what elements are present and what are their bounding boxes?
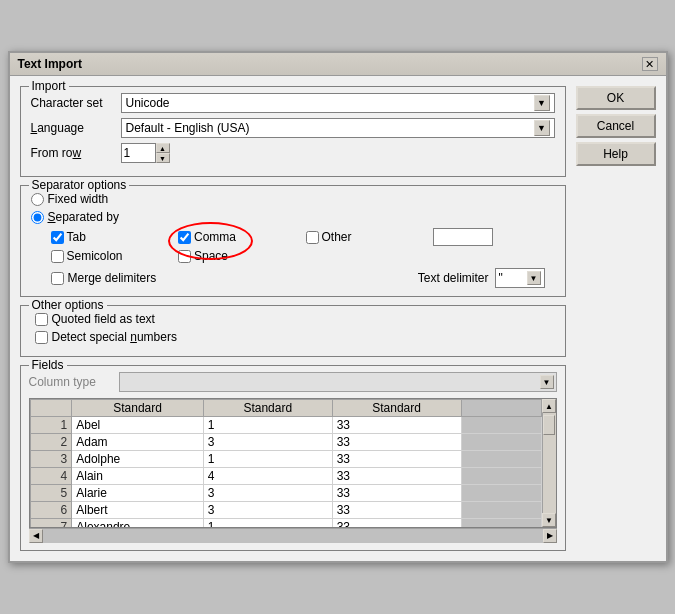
charset-label: Character set <box>31 96 121 110</box>
detect-label: Detect special numbers <box>52 330 177 344</box>
col-type-combo[interactable]: ▼ <box>119 372 557 392</box>
spin-down[interactable]: ▼ <box>156 153 170 163</box>
row-col1: Alain <box>72 468 204 485</box>
row-col2: 3 <box>203 502 332 519</box>
charset-arrow[interactable]: ▼ <box>534 95 550 111</box>
data-table: Standard Standard Standard 1 Abel 1 33 2 <box>30 399 542 527</box>
semicolon-option: Semicolon <box>51 249 173 263</box>
import-group-label: Import <box>29 79 69 93</box>
row-col-extra <box>461 485 541 502</box>
row-col2: 3 <box>203 434 332 451</box>
scroll-up-btn[interactable]: ▲ <box>542 399 556 413</box>
language-label: Language <box>31 121 121 135</box>
row-num-cell: 4 <box>30 468 72 485</box>
scroll-left-btn[interactable]: ◀ <box>29 529 43 543</box>
language-arrow[interactable]: ▼ <box>534 120 550 136</box>
row-col2: 3 <box>203 485 332 502</box>
table-body: 1 Abel 1 33 2 Adam 3 33 3 Adolphe 1 33 4… <box>30 417 541 528</box>
detect-checkbox[interactable] <box>35 331 48 344</box>
col-header-1: Standard <box>72 400 204 417</box>
scroll-thumb[interactable] <box>543 415 555 435</box>
row-col2: 4 <box>203 468 332 485</box>
col-type-label: Column type <box>29 375 119 389</box>
charset-row: Character set Unicode ▼ <box>31 93 555 113</box>
row-col3: 33 <box>332 485 461 502</box>
row-num-header <box>30 400 72 417</box>
merge-row: Merge delimiters <box>51 271 157 285</box>
dialog-body: Import Character set Unicode ▼ Language … <box>10 76 666 561</box>
other-checkbox[interactable] <box>306 231 319 244</box>
row-col2: 1 <box>203 519 332 528</box>
fields-group-label: Fields <box>29 358 67 372</box>
comma-checkbox[interactable] <box>178 231 191 244</box>
help-button[interactable]: Help <box>576 142 656 166</box>
row-num-cell: 5 <box>30 485 72 502</box>
other-input[interactable] <box>433 228 493 246</box>
h-scroll-track[interactable] <box>43 529 543 543</box>
row-col-extra <box>461 451 541 468</box>
other-option: Other <box>306 230 428 244</box>
charset-combo[interactable]: Unicode ▼ <box>121 93 555 113</box>
space-checkbox[interactable] <box>178 250 191 263</box>
dialog-title: Text Import <box>18 57 82 71</box>
data-table-scroll[interactable]: Standard Standard Standard 1 Abel 1 33 2 <box>30 399 542 527</box>
other-options-label: Other options <box>29 298 107 312</box>
comma-option: Comma <box>178 230 300 244</box>
detect-special-row: Detect special numbers <box>35 330 555 344</box>
table-row: 6 Albert 3 33 <box>30 502 541 519</box>
quoted-field-row: Quoted field as text <box>35 312 555 326</box>
vertical-scrollbar[interactable]: ▲ ▼ <box>542 399 556 527</box>
close-button[interactable]: ✕ <box>642 57 658 71</box>
text-import-dialog: Text Import ✕ Import Character set Unico… <box>8 51 668 563</box>
text-delim-value: " <box>499 271 503 285</box>
row-col2: 1 <box>203 417 332 434</box>
space-option: Space <box>178 249 300 263</box>
spin-up[interactable]: ▲ <box>156 143 170 153</box>
col-type-row: Column type ▼ <box>29 372 557 392</box>
row-col3: 33 <box>332 417 461 434</box>
row-col-extra <box>461 502 541 519</box>
data-table-container: Standard Standard Standard 1 Abel 1 33 2 <box>29 398 557 528</box>
text-delim-arrow[interactable]: ▼ <box>527 271 541 285</box>
row-num-cell: 6 <box>30 502 72 519</box>
horizontal-scrollbar[interactable]: ◀ ▶ <box>29 528 557 542</box>
separator-group: Separator options Fixed width Separated … <box>20 185 566 297</box>
separator-group-label: Separator options <box>29 178 130 192</box>
cancel-button[interactable]: Cancel <box>576 114 656 138</box>
separated-by-row: Separated by <box>31 210 555 224</box>
row-col-extra <box>461 519 541 528</box>
merge-checkbox[interactable] <box>51 272 64 285</box>
quoted-checkbox[interactable] <box>35 313 48 326</box>
row-col2: 1 <box>203 451 332 468</box>
other-options-group: Other options Quoted field as text Detec… <box>20 305 566 357</box>
fromrow-row: From row ▲ ▼ <box>31 143 555 163</box>
row-col1: Albert <box>72 502 204 519</box>
fromrow-spin: ▲ ▼ <box>121 143 170 163</box>
fromrow-input[interactable] <box>121 143 156 163</box>
row-col3: 33 <box>332 451 461 468</box>
col-type-arrow[interactable]: ▼ <box>540 375 554 389</box>
row-col1: Adolphe <box>72 451 204 468</box>
fixed-width-radio[interactable] <box>31 193 44 206</box>
row-col1: Alarie <box>72 485 204 502</box>
language-combo[interactable]: Default - English (USA) ▼ <box>121 118 555 138</box>
row-col3: 33 <box>332 519 461 528</box>
semicolon-checkbox[interactable] <box>51 250 64 263</box>
scroll-right-btn[interactable]: ▶ <box>543 529 557 543</box>
tab-checkbox[interactable] <box>51 231 64 244</box>
spin-arrows: ▲ ▼ <box>156 143 170 163</box>
separated-by-label: Separated by <box>48 210 119 224</box>
row-col-extra <box>461 417 541 434</box>
ok-button[interactable]: OK <box>576 86 656 110</box>
fixed-width-row: Fixed width <box>31 192 555 206</box>
table-row: 3 Adolphe 1 33 <box>30 451 541 468</box>
row-num-cell: 3 <box>30 451 72 468</box>
semicolon-label: Semicolon <box>67 249 123 263</box>
scroll-down-btn[interactable]: ▼ <box>542 513 556 527</box>
language-value: Default - English (USA) <box>126 121 250 135</box>
text-delim-combo[interactable]: " ▼ <box>495 268 545 288</box>
separated-by-radio[interactable] <box>31 211 44 224</box>
table-row: 1 Abel 1 33 <box>30 417 541 434</box>
main-content: Import Character set Unicode ▼ Language … <box>20 86 566 551</box>
tab-option: Tab <box>51 230 173 244</box>
